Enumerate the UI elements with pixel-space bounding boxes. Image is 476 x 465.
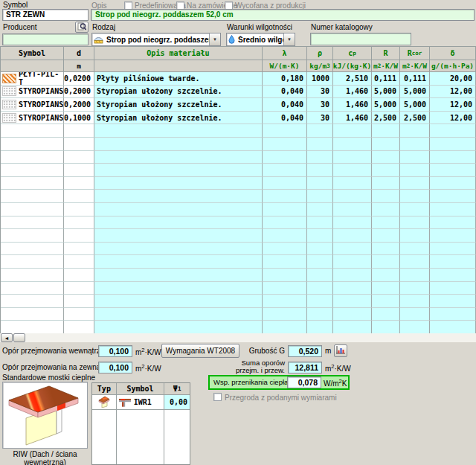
re-input[interactable]: 0,100	[98, 362, 132, 373]
suma-oporow-input[interactable]: 12,811	[288, 362, 322, 373]
rodzaj-combobox[interactable]: Strop pod nieogrz. poddaszem ▼	[91, 33, 221, 46]
unit-rcor: m2·K/W	[400, 60, 430, 72]
cell-r[interactable]: 5,000	[372, 86, 400, 99]
styrofoam-icon	[2, 113, 16, 123]
cell-cp[interactable]: 2,510	[333, 72, 372, 86]
col-opis: Opis materiału	[94, 47, 263, 60]
u-value-input[interactable]: 0,078	[287, 376, 321, 388]
cell-rcor[interactable]: 2,500	[400, 112, 430, 125]
grubosc-input[interactable]: 0,520	[288, 345, 322, 357]
cell-delta[interactable]: 12,00	[430, 98, 476, 112]
search-icon	[77, 22, 86, 32]
table-row-empty	[1, 190, 476, 203]
cell-rho[interactable]: 1000	[307, 72, 333, 86]
thermal-bridge-image	[2, 382, 88, 449]
numer-katalogowy-input[interactable]	[310, 33, 411, 45]
cell-delta[interactable]: 20,00	[430, 72, 476, 86]
cell-r[interactable]: 5,000	[372, 98, 400, 112]
table-row-empty	[1, 217, 476, 230]
opis-input[interactable]: Strop pod nieogrz. poddaszem 52,0 cm	[91, 9, 475, 21]
cell-opis[interactable]: Płyty pilśniowe twarde.	[94, 72, 263, 86]
cell-opis[interactable]: Styropian ułożony szczelnie.	[94, 86, 263, 99]
cell-rcor[interactable]: 0,111	[400, 72, 430, 86]
bridge-psi-cell[interactable]: 0,00	[164, 395, 190, 410]
cell-cp[interactable]: 1,460	[333, 112, 372, 125]
unit-r: m2·K/W	[372, 60, 400, 72]
producent-browse-button[interactable]	[75, 22, 89, 33]
col-symbol: Symbol	[117, 383, 165, 395]
table-row-empty	[1, 124, 476, 138]
bridge-table-row[interactable]: IWR1 0,00	[92, 395, 190, 410]
suma-unit: m2·K/W	[325, 363, 351, 373]
partition-editor-dialog: Symbol STR ZEWN Opis Predefiniowana Na z…	[0, 0, 476, 465]
col-typ: Typ	[92, 383, 117, 395]
u-label: Wsp. przenikania ciepła U	[213, 378, 295, 386]
arrow-left-icon[interactable]: ◄	[1, 333, 13, 342]
table-row[interactable]: STYROPIANS 0,2000 Styropian ułożony szcz…	[1, 98, 476, 112]
ceiling-icon	[94, 36, 103, 44]
cell-lambda[interactable]: 0,040	[263, 86, 307, 99]
col-delta: δ	[430, 47, 476, 60]
table-row-empty	[1, 229, 476, 243]
cell-opis[interactable]: Styropian ułożony szczelnie.	[94, 98, 263, 112]
unit-rho: kg/m3	[307, 60, 333, 72]
col-cp: cp	[333, 47, 372, 60]
table-row-empty	[1, 138, 476, 151]
mostki-label: Standardowe mostki cieplne	[2, 373, 95, 382]
cell-lambda[interactable]: 0,180	[263, 72, 307, 86]
cell-d[interactable]: 0,2000	[64, 86, 94, 99]
table-horizontal-scrollbar[interactable]: ◄	[0, 333, 476, 342]
cell-symbol[interactable]: STYROPIANS	[1, 112, 64, 125]
cell-rho[interactable]: 30	[307, 112, 333, 125]
cell-delta[interactable]: 12,00	[430, 86, 476, 99]
u-value-box: Wsp. przenikania ciepła U 0,078 W/m2K	[208, 375, 350, 390]
materials-table: Symbol d Opis materiału λ ρ cp R Rcor δ …	[0, 46, 476, 333]
cell-r[interactable]: 2,500	[372, 112, 400, 125]
cell-cp[interactable]: 1,460	[333, 86, 372, 99]
scrollbar-thumb[interactable]	[13, 333, 25, 342]
cell-opis[interactable]: Styropian ułożony szczelnie.	[94, 112, 263, 125]
grubosc-chart-button[interactable]	[334, 344, 347, 357]
cell-delta[interactable]: 12,00	[430, 112, 476, 125]
ri-input[interactable]: 0,100	[98, 345, 132, 357]
riw-caption: RIW (Dach / ścianawewnętrzna)	[0, 450, 90, 465]
rodzaj-value: Strop pod nieogrz. poddaszem	[105, 36, 209, 44]
warunki-combobox[interactable]: Średnio wilgotne ▼	[226, 33, 295, 46]
col-lambda: λ	[263, 47, 307, 60]
cell-rho[interactable]: 30	[307, 98, 333, 112]
cell-rcor[interactable]: 5,000	[400, 98, 430, 112]
przegroda-checkbox[interactable]	[213, 393, 222, 401]
table-row-empty	[1, 203, 476, 217]
table-row-empty	[1, 321, 476, 334]
symbol-input[interactable]: STR ZEWN	[2, 9, 89, 21]
cell-d[interactable]: 0,1000	[64, 112, 94, 125]
cell-d[interactable]: 0,2000	[64, 98, 94, 112]
cell-r[interactable]: 0,111	[372, 72, 400, 86]
cell-symbol[interactable]: STYROPIANS	[1, 86, 64, 99]
table-empty-rows	[1, 124, 476, 334]
table-row[interactable]: PŁYT-PIL-T 0,0200 Płyty pilśniowe twarde…	[1, 72, 476, 86]
bridge-symbol-cell[interactable]: IWR1	[117, 395, 165, 410]
cell-cp[interactable]: 1,460	[333, 98, 372, 112]
cell-symbol[interactable]: PŁYT-PIL-T	[1, 72, 64, 86]
cell-lambda[interactable]: 0,040	[263, 112, 307, 125]
table-row[interactable]: STYROPIANS 0,1000 Styropian ułożony szcz…	[1, 112, 476, 125]
producent-input[interactable]	[2, 33, 89, 45]
numer-katalogowy-label: Numer katalogowy	[311, 23, 373, 31]
bridge-typ-cell[interactable]	[92, 395, 117, 410]
cell-rcor[interactable]: 5,000	[400, 86, 430, 99]
unit-lambda: W/(m·K)	[263, 60, 307, 72]
table-row-empty	[1, 282, 476, 295]
cell-rho[interactable]: 30	[307, 86, 333, 99]
re-unit: m2·K/W	[135, 363, 161, 373]
bridge-table-empty	[92, 410, 190, 464]
grubosc-label: Grubość G	[223, 347, 285, 355]
cell-d[interactable]: 0,0200	[64, 72, 94, 86]
table-row-empty	[1, 308, 476, 321]
cell-lambda[interactable]: 0,040	[263, 98, 307, 112]
cell-symbol[interactable]: STYROPIANS	[1, 98, 64, 112]
thermal-bridge-table: Typ Symbol Ψ1 IWR1 0,00	[91, 382, 190, 465]
chevron-down-icon[interactable]: ▼	[283, 33, 295, 45]
chevron-down-icon[interactable]: ▼	[209, 33, 220, 45]
table-row[interactable]: STYROPIANS 0,2000 Styropian ułożony szcz…	[1, 86, 476, 99]
